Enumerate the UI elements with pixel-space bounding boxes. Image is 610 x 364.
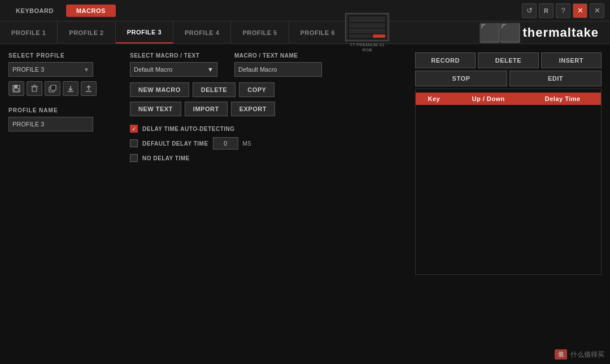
stop-button[interactable]: STOP bbox=[415, 71, 507, 86]
no-delay-row: NO DELAY TIME bbox=[130, 154, 407, 162]
right-panel: RECORD DELETE INSERT STOP EDIT Key Up / … bbox=[415, 52, 602, 356]
delay-auto-checkbox[interactable] bbox=[130, 125, 138, 133]
brand-area: ⬛⬛ thermaltake bbox=[478, 24, 599, 42]
watermark-badge: 值 bbox=[555, 349, 567, 359]
svg-rect-1 bbox=[349, 16, 385, 22]
no-delay-checkbox[interactable] bbox=[130, 154, 138, 162]
right-btn-row-1: RECORD DELETE INSERT bbox=[415, 52, 602, 68]
svg-rect-7 bbox=[14, 85, 18, 88]
profile-tab-5[interactable]: PROFILE 5 bbox=[231, 21, 289, 43]
tab-macros[interactable]: MACROS bbox=[66, 5, 116, 17]
delete-record-button[interactable]: DELETE bbox=[478, 52, 538, 68]
brand-logo-icon: ⬛⬛ bbox=[478, 24, 519, 42]
default-delay-input[interactable] bbox=[213, 137, 238, 150]
macro-dropdown-arrow-icon: ▼ bbox=[207, 66, 213, 73]
macro-table-container[interactable]: Key Up / Down Delay Time bbox=[415, 89, 602, 275]
select-profile-label: SELECT PROFILE bbox=[8, 52, 121, 59]
profile-tab-1[interactable]: PROFILE 1 bbox=[0, 21, 58, 43]
dropdown-arrow-icon: ▼ bbox=[84, 67, 89, 73]
close-button[interactable]: ✕ bbox=[573, 3, 587, 18]
svg-rect-9 bbox=[32, 87, 37, 91]
profile-tab-2[interactable]: PROFILE 2 bbox=[58, 21, 115, 43]
new-macro-button[interactable]: NEW MACRO bbox=[130, 82, 189, 97]
macro-select-value: Default Macro bbox=[134, 66, 172, 73]
settings-button[interactable]: ✕ bbox=[590, 3, 604, 18]
select-macro-label: SELECT MACRO / TEXT bbox=[130, 52, 217, 59]
help-button[interactable]: ? bbox=[556, 3, 570, 18]
top-bar-buttons: ↺ R ? ✕ ✕ bbox=[522, 3, 604, 18]
profile-select-dropdown[interactable]: PROFILE 3 ▼ bbox=[8, 62, 93, 77]
delete-macro-button[interactable]: DELETE bbox=[193, 82, 236, 97]
profile-tab-4[interactable]: PROFILE 4 bbox=[173, 21, 231, 43]
svg-rect-8 bbox=[14, 89, 19, 91]
default-delay-checkbox[interactable] bbox=[130, 139, 138, 147]
svg-rect-5 bbox=[373, 34, 385, 38]
svg-rect-2 bbox=[349, 23, 385, 28]
macro-text-name-section: MACRO / TEXT NAME Default Macro bbox=[234, 52, 322, 77]
keyboard-thumbnail bbox=[345, 13, 389, 41]
edit-button[interactable]: EDIT bbox=[509, 71, 602, 86]
copy-macro-button[interactable]: COPY bbox=[239, 82, 274, 97]
export-macro-button[interactable]: EXPORT bbox=[231, 102, 275, 116]
profile-name-input[interactable]: PROFILE 3 bbox=[8, 117, 93, 131]
left-panel: SELECT PROFILE PROFILE 3 ▼ PROFILE NAME … bbox=[8, 52, 121, 356]
watermark-text: 什么值得买 bbox=[570, 350, 604, 359]
checkbox-section: DELAY TIME AUTO-DETECTING DEFAULT DELAY … bbox=[130, 125, 407, 162]
no-delay-label: NO DELAY TIME bbox=[142, 155, 190, 161]
right-btn-row-2: STOP EDIT bbox=[415, 71, 602, 86]
new-text-button[interactable]: NEW TEXT bbox=[130, 102, 181, 116]
import-macro-button[interactable]: IMPORT bbox=[185, 102, 228, 116]
middle-panel: SELECT MACRO / TEXT Default Macro ▼ MACR… bbox=[130, 52, 407, 356]
table-header-row: Key Up / Down Delay Time bbox=[416, 93, 601, 105]
col-delaytime: Delay Time bbox=[524, 93, 601, 105]
select-macro-section: SELECT MACRO / TEXT Default Macro ▼ bbox=[130, 52, 217, 77]
top-bar: KEYBOARD MACROS ↺ R ? ✕ ✕ bbox=[0, 0, 610, 21]
macro-select-row: SELECT MACRO / TEXT Default Macro ▼ MACR… bbox=[130, 52, 407, 77]
macro-text-name-label: MACRO / TEXT NAME bbox=[234, 52, 322, 59]
default-delay-label: DEFAULT DELAY TIME bbox=[142, 141, 208, 147]
refresh-button[interactable]: ↺ bbox=[522, 3, 537, 18]
copy-profile-button[interactable] bbox=[45, 81, 60, 96]
watermark: 值 什么值得买 bbox=[555, 349, 604, 359]
delete-profile-button[interactable] bbox=[27, 81, 42, 96]
keyboard-label: TT PREMIUM X1RGB bbox=[350, 42, 385, 52]
macro-text-name-input[interactable]: Default Macro bbox=[234, 62, 322, 77]
profile-select-value: PROFILE 3 bbox=[12, 66, 44, 73]
nav-tabs: KEYBOARD MACROS bbox=[6, 5, 116, 17]
default-delay-row: DEFAULT DELAY TIME MS bbox=[130, 137, 407, 150]
keyboard-image-area: TT PREMIUM X1RGB bbox=[345, 13, 390, 52]
brand-name: thermaltake bbox=[522, 25, 599, 40]
export-profile-button[interactable] bbox=[81, 81, 97, 96]
profile-tab-6[interactable]: PROFILE 6 bbox=[289, 21, 347, 43]
svg-rect-3 bbox=[349, 29, 385, 33]
main-content: SELECT PROFILE PROFILE 3 ▼ PROFILE NAME … bbox=[0, 44, 610, 364]
delay-auto-row: DELAY TIME AUTO-DETECTING bbox=[130, 125, 407, 133]
macro-btn-row-2: NEW TEXT IMPORT EXPORT bbox=[130, 102, 407, 116]
insert-button[interactable]: INSERT bbox=[541, 52, 602, 68]
profile-icon-row bbox=[8, 81, 121, 96]
profile-bar: PROFILE 1 PROFILE 2 PROFILE 3 PROFILE 4 … bbox=[0, 21, 610, 44]
delay-auto-label: DELAY TIME AUTO-DETECTING bbox=[142, 126, 235, 132]
profile-name-section-label: PROFILE NAME bbox=[8, 107, 121, 113]
macro-table: Key Up / Down Delay Time bbox=[416, 93, 601, 105]
col-updown: Up / Down bbox=[452, 93, 525, 105]
macro-btn-row-1: NEW MACRO DELETE COPY bbox=[130, 82, 407, 97]
col-key: Key bbox=[416, 93, 452, 105]
profile-tab-3[interactable]: PROFILE 3 bbox=[116, 21, 173, 43]
ms-label: MS bbox=[243, 141, 251, 147]
reset-button[interactable]: R bbox=[539, 3, 554, 18]
record-button[interactable]: RECORD bbox=[415, 52, 476, 68]
tab-keyboard[interactable]: KEYBOARD bbox=[6, 5, 64, 17]
macro-select-dropdown[interactable]: Default Macro ▼ bbox=[130, 62, 217, 77]
svg-rect-4 bbox=[349, 34, 372, 38]
save-profile-button[interactable] bbox=[8, 81, 24, 96]
svg-rect-13 bbox=[51, 85, 56, 90]
import-profile-button[interactable] bbox=[63, 81, 79, 96]
